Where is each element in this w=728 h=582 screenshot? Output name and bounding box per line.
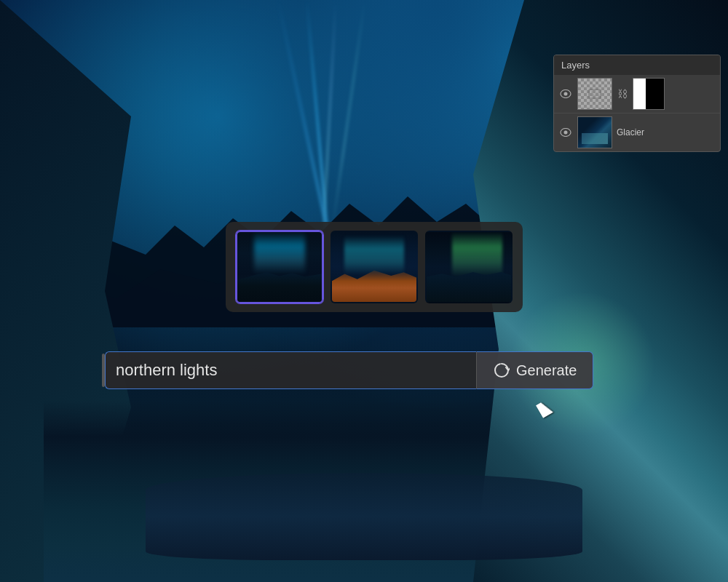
generate-icon	[493, 362, 510, 379]
layers-panel-header: Layers	[554, 55, 720, 75]
generation-results-panel	[226, 222, 523, 312]
layer-2-name: Glacier	[617, 127, 716, 137]
gen-result-1[interactable]	[236, 231, 323, 303]
layers-panel-title: Layers	[561, 60, 590, 71]
generate-label: Generate	[516, 362, 577, 379]
generative-fill-toolbar: Generate	[102, 351, 593, 389]
layer-row-1[interactable]: ⛓	[554, 75, 720, 113]
chain-link-icon: ⛓	[617, 88, 628, 100]
layer-row-2[interactable]: Glacier	[554, 113, 720, 151]
layer-1-thumbnail	[577, 78, 612, 110]
svg-point-3	[591, 91, 593, 93]
prompt-input-wrapper[interactable]	[105, 351, 476, 389]
layers-panel: Layers ⛓	[553, 55, 721, 152]
prompt-input[interactable]	[116, 361, 466, 380]
layer-1-visibility-toggle[interactable]	[558, 87, 573, 101]
layer-2-visibility-toggle[interactable]	[558, 125, 573, 140]
gen-result-3[interactable]	[425, 231, 513, 303]
layer-1-mask-thumbnail	[633, 78, 665, 110]
water-pool-reflection	[146, 473, 582, 560]
svg-rect-2	[589, 89, 601, 98]
generate-button[interactable]: Generate	[476, 351, 593, 389]
svg-point-1	[564, 92, 568, 96]
svg-point-5	[564, 131, 568, 135]
layer-2-thumbnail	[577, 116, 612, 148]
layer-1-link-icon: ⛓	[617, 78, 628, 110]
gen-result-2[interactable]	[331, 231, 418, 303]
